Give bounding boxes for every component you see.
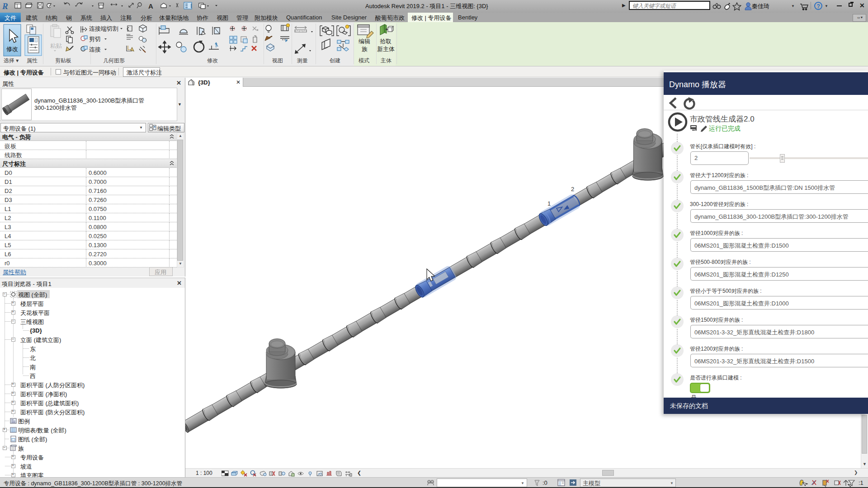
svg-text:R: R (2, 1, 8, 11)
svg-text:族: 族 (362, 46, 368, 52)
svg-text:连接: 连接 (89, 46, 101, 53)
svg-text:剪切: 剪切 (89, 36, 101, 42)
svg-text:修改: 修改 (6, 46, 18, 52)
svg-text:A: A (148, 2, 153, 10)
svg-text:编辑: 编辑 (359, 38, 370, 45)
svg-text:粘贴: 粘贴 (50, 42, 62, 49)
svg-text:?: ? (817, 3, 820, 9)
svg-text:2: 2 (571, 186, 574, 192)
svg-text:连接端切割: 连接端切割 (89, 25, 118, 32)
svg-text:拾取: 拾取 (380, 38, 392, 45)
svg-text:1: 1 (547, 200, 551, 207)
svg-text:新主体: 新主体 (377, 46, 395, 52)
